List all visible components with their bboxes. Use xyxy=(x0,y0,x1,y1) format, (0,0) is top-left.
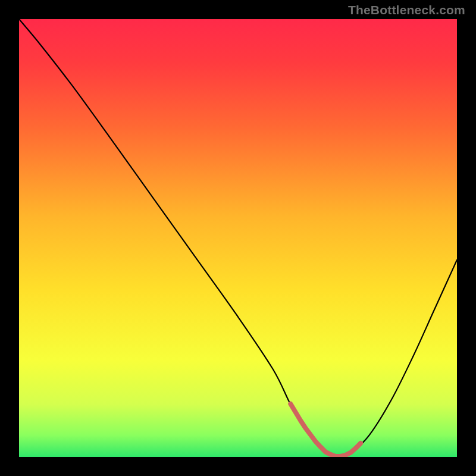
watermark-text: TheBottleneck.com xyxy=(348,4,465,16)
bottleneck-chart xyxy=(19,19,457,457)
plot-area xyxy=(19,19,457,457)
chart-frame: TheBottleneck.com xyxy=(0,0,476,476)
gradient-background xyxy=(19,19,457,457)
